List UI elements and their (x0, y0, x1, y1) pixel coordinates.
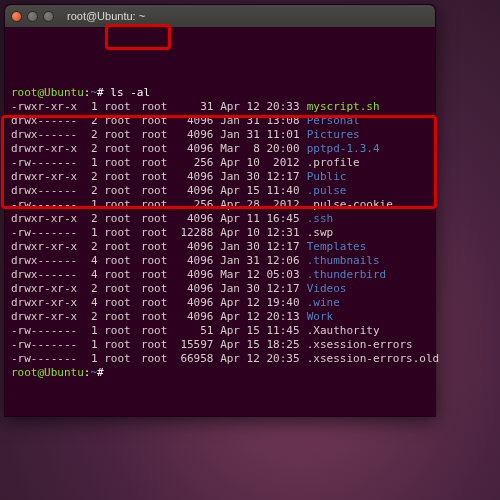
file-name: .thumbnails (307, 254, 380, 267)
file-name: .thunderbird (307, 268, 386, 281)
listing-row: -rwxr-xr-x 1 root root 31 Apr 12 20:33 m… (11, 100, 429, 114)
file-name: Templates (307, 240, 367, 253)
listing-row: drwx------ 2 root root 4096 Jan 31 13:08… (11, 114, 429, 128)
file-name: .profile (307, 156, 360, 169)
file-name: Pictures (307, 128, 360, 141)
listing-row: drwxr-xr-x 2 root root 4096 Jan 30 12:17… (11, 170, 429, 184)
file-name: .xsession-errors.old (307, 352, 439, 365)
file-name: Public (307, 170, 347, 183)
close-icon[interactable] (11, 11, 22, 22)
listing-row: -rw------- 1 root root 256 Apr 10 2012 .… (11, 156, 429, 170)
file-name: .pulse-cookie (307, 198, 393, 211)
terminal-body[interactable]: root@Ubuntu:~# ls -al-rwxr-xr-x 1 root r… (5, 27, 435, 416)
highlight-command (105, 24, 171, 50)
listing-row: -rw------- 1 root root 66958 Apr 12 20:3… (11, 352, 429, 366)
listing-row: drwx------ 2 root root 4096 Jan 31 11:01… (11, 128, 429, 142)
listing-row: drwxr-xr-x 2 root root 4096 Apr 11 16:45… (11, 212, 429, 226)
window-title: root@Ubuntu: ~ (67, 10, 145, 22)
listing-row: -rw------- 1 root root 51 Apr 15 11:45 .… (11, 324, 429, 338)
listing-row: drwxr-xr-x 4 root root 4096 Apr 12 19:40… (11, 296, 429, 310)
prompt-symbol: # (97, 86, 104, 99)
listing-row: drwx------ 2 root root 4096 Apr 15 11:40… (11, 184, 429, 198)
minimize-icon[interactable] (27, 11, 38, 22)
file-name: .wine (307, 296, 340, 309)
file-name: Videos (307, 282, 347, 295)
file-name: .ssh (307, 212, 334, 225)
prompt-userhost: root@Ubuntu (11, 86, 84, 99)
file-name: .swp (307, 226, 334, 239)
file-name: Work (307, 310, 334, 323)
listing-row: drwxr-xr-x 2 root root 4096 Jan 30 12:17… (11, 240, 429, 254)
command-text: ls -al (110, 86, 150, 99)
listing-row: drwx------ 4 root root 4096 Jan 31 12:06… (11, 254, 429, 268)
listing-row: drwxr-xr-x 2 root root 4096 Apr 12 20:13… (11, 310, 429, 324)
file-name: pptpd-1.3.4 (307, 142, 380, 155)
prompt-line: root@Ubuntu:~# ls -al (11, 86, 429, 100)
file-name: .Xauthority (307, 324, 380, 337)
listing-row: -rw------- 1 root root 256 Apr 28 2012 .… (11, 198, 429, 212)
file-name: Personal (307, 114, 360, 127)
file-name: myscript.sh (307, 100, 380, 113)
listing-row: drwxr-xr-x 2 root root 4096 Jan 30 12:17… (11, 282, 429, 296)
terminal-window: root@Ubuntu: ~ root@Ubuntu:~# ls -al-rwx… (4, 4, 436, 417)
listing-row: drwxr-xr-x 2 root root 4096 Mar 8 20:00 … (11, 142, 429, 156)
listing-row: drwx------ 4 root root 4096 Mar 12 05:03… (11, 268, 429, 282)
file-name: .xsession-errors (307, 338, 413, 351)
titlebar[interactable]: root@Ubuntu: ~ (5, 5, 435, 27)
listing-row: -rw------- 1 root root 12288 Apr 10 12:3… (11, 226, 429, 240)
prompt-line-2: root@Ubuntu:~# (11, 366, 429, 380)
file-name: .pulse (307, 184, 347, 197)
maximize-icon[interactable] (43, 11, 54, 22)
listing-row: -rw------- 1 root root 15597 Apr 15 18:2… (11, 338, 429, 352)
